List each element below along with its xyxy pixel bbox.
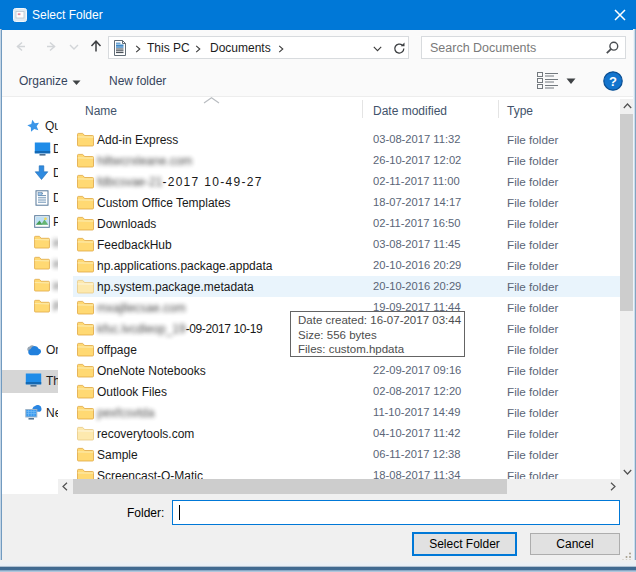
svg-text:?: ? (609, 74, 617, 89)
